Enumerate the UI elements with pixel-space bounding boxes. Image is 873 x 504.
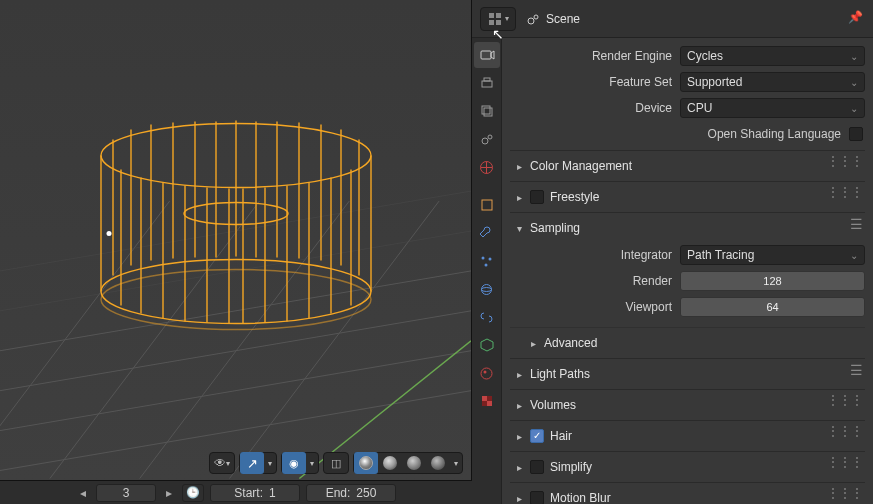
xray-toggle[interactable]: ◫: [323, 452, 349, 474]
render-properties-panel: Render EngineCycles⌄ Feature SetSupporte…: [502, 38, 873, 504]
svg-rect-51: [484, 78, 490, 81]
tab-material[interactable]: [474, 360, 500, 386]
svg-rect-49: [481, 51, 491, 59]
gizmo-selector[interactable]: ↗▾: [239, 452, 277, 474]
drag-icon[interactable]: ⋮⋮⋮: [827, 424, 863, 438]
motion-blur-checkbox[interactable]: [530, 491, 544, 504]
tab-texture[interactable]: [474, 388, 500, 414]
svg-rect-67: [487, 396, 492, 401]
drag-icon[interactable]: ⋮⋮⋮: [827, 455, 863, 469]
3d-viewport[interactable]: 👁▾ ↗▾ ◉▾ ◫ ▾: [0, 0, 472, 480]
material-icon: [479, 366, 494, 381]
shading-modes[interactable]: ▾: [353, 452, 463, 474]
keying-icon[interactable]: 🕒: [182, 484, 204, 502]
svg-rect-53: [484, 108, 492, 116]
visibility-selector[interactable]: 👁▾: [209, 452, 235, 474]
tab-object[interactable]: [474, 192, 500, 218]
tab-modifiers[interactable]: [474, 220, 500, 246]
drag-icon[interactable]: ⋮⋮⋮: [827, 486, 863, 500]
svg-rect-44: [496, 13, 501, 18]
tab-particles[interactable]: [474, 248, 500, 274]
current-frame-field[interactable]: 3: [96, 484, 156, 502]
render-samples-field[interactable]: 128: [680, 271, 865, 291]
eye-icon: 👁: [214, 456, 226, 470]
section-motion-blur[interactable]: ▸Motion Blur: [510, 487, 865, 504]
viewport-panel: 👁▾ ↗▾ ◉▾ ◫ ▾ ◂ 3 ▸ 🕒 Start:1 End:250: [0, 0, 472, 504]
cylinder-object[interactable]: [91, 114, 381, 344]
properties-tabs: [472, 38, 502, 504]
tab-viewlayer[interactable]: [474, 98, 500, 124]
viewport-samples-label: Viewport: [510, 300, 680, 314]
section-advanced[interactable]: ▸Advanced: [524, 332, 865, 354]
svg-rect-68: [482, 401, 487, 406]
drag-icon[interactable]: ⋮⋮⋮: [827, 185, 863, 199]
simplify-checkbox[interactable]: [530, 460, 544, 474]
svg-rect-45: [489, 20, 494, 25]
device-label: Device: [510, 101, 680, 115]
options-icon[interactable]: ☰: [850, 362, 863, 378]
drag-icon[interactable]: ⋮⋮⋮: [827, 154, 863, 168]
tab-constraints[interactable]: [474, 304, 500, 330]
properties-header: ▾ Scene 📌 ↖: [472, 0, 873, 38]
section-sampling[interactable]: ▾Sampling: [510, 217, 865, 239]
svg-point-55: [488, 135, 492, 139]
timeline-bar: ◂ 3 ▸ 🕒 Start:1 End:250: [0, 480, 472, 504]
section-light-paths[interactable]: ▸Light Paths: [510, 363, 865, 385]
wireframe-shading-icon: [359, 456, 373, 470]
device-select[interactable]: CPU⌄: [680, 98, 865, 118]
svg-rect-50: [482, 81, 492, 87]
start-frame-field[interactable]: Start:1: [210, 484, 300, 502]
breadcrumb[interactable]: Scene: [526, 12, 580, 26]
svg-point-42: [106, 231, 111, 236]
overlay-icon: ◉: [289, 457, 299, 470]
particles-icon: [479, 254, 494, 269]
frame-prev-button[interactable]: ◂: [76, 486, 90, 500]
end-frame-field[interactable]: End:250: [306, 484, 396, 502]
tab-output[interactable]: [474, 70, 500, 96]
osl-checkbox[interactable]: [849, 127, 863, 141]
wrench-icon: [479, 226, 494, 241]
solid-shading-icon: [383, 456, 397, 470]
overlay-selector[interactable]: ◉▾: [281, 452, 319, 474]
svg-point-61: [482, 284, 492, 294]
rendered-shading-icon: [431, 456, 445, 470]
editor-type-selector[interactable]: ▾: [480, 7, 516, 31]
render-samples-label: Render: [510, 274, 680, 288]
viewport-samples-field[interactable]: 64: [680, 297, 865, 317]
tab-scene[interactable]: [474, 126, 500, 152]
drag-icon[interactable]: ⋮⋮⋮: [827, 393, 863, 407]
printer-icon: [479, 75, 495, 91]
section-hair[interactable]: ▸Hair: [510, 425, 865, 447]
section-color-management[interactable]: ▸Color Management: [510, 155, 865, 177]
tab-data[interactable]: [474, 332, 500, 358]
properties-editor-icon: [488, 12, 502, 26]
properties-panel: ▾ Scene 📌 ↖ Render EngineCycles⌄: [472, 0, 873, 504]
svg-point-48: [534, 15, 538, 19]
tab-world[interactable]: [474, 154, 500, 180]
section-freestyle[interactable]: ▸Freestyle: [510, 186, 865, 208]
frame-next-button[interactable]: ▸: [162, 486, 176, 500]
freestyle-checkbox[interactable]: [530, 190, 544, 204]
svg-rect-57: [482, 200, 492, 210]
svg-point-47: [528, 18, 534, 24]
tab-render[interactable]: [474, 42, 500, 68]
pin-icon[interactable]: 📌: [848, 10, 863, 24]
section-simplify[interactable]: ▸Simplify: [510, 456, 865, 478]
svg-rect-46: [496, 20, 501, 25]
texture-icon: [480, 394, 494, 408]
osl-label: Open Shading Language: [708, 127, 841, 141]
svg-point-64: [484, 370, 487, 373]
constraint-icon: [479, 310, 494, 325]
svg-point-63: [481, 368, 492, 379]
object-icon: [480, 198, 494, 212]
options-icon[interactable]: ☰: [850, 216, 863, 232]
render-engine-select[interactable]: Cycles⌄: [680, 46, 865, 66]
svg-rect-52: [482, 106, 490, 114]
integrator-select[interactable]: Path Tracing⌄: [680, 245, 865, 265]
world-icon: [479, 160, 494, 175]
feature-set-select[interactable]: Supported⌄: [680, 72, 865, 92]
hair-checkbox[interactable]: [530, 429, 544, 443]
tab-physics[interactable]: [474, 276, 500, 302]
section-volumes[interactable]: ▸Volumes: [510, 394, 865, 416]
svg-point-60: [485, 263, 488, 266]
